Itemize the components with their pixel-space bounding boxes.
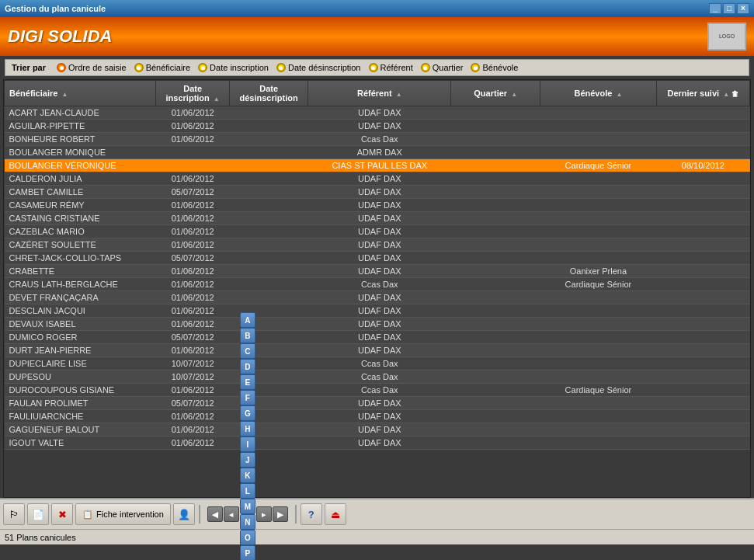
table-cell — [656, 357, 749, 370]
table-cell — [451, 238, 540, 252]
table-row[interactable]: DUROCOUPOUS GISIANE01/06/2012Ccas DaxCar… — [5, 384, 750, 397]
table-row[interactable]: CASTAING CRISTIANE01/06/2012UDAF DAX — [5, 212, 750, 225]
table-row[interactable]: ACART JEAN-CLAUDE01/06/2012UDAF DAX — [5, 106, 750, 120]
table-cell: CASTAING CRISTIANE — [5, 212, 156, 225]
sort-arrow-beneficiaire: ▲ — [61, 91, 68, 98]
sort-option-date-desinscription[interactable]: Date désinscription — [276, 63, 361, 72]
table-row[interactable]: DUPESOU10/07/2012Ccas Dax — [5, 370, 750, 384]
sort-label-quartier: Quartier — [433, 63, 464, 72]
alpha-btn-p[interactable]: P — [240, 545, 255, 560]
toolbar-btn-add[interactable]: 📄 — [27, 503, 49, 525]
table-row[interactable]: CRAUS LATH-BERGLACHE01/06/2012Ccas DaxCa… — [5, 278, 750, 291]
sort-radio-ordre[interactable] — [57, 63, 66, 72]
col-header-dernier-suivi[interactable]: Dernier suivi ▲ 🗑 — [656, 81, 749, 106]
bottombar: 🏳 📄 ✖ 📋 Fiche intervention 👤 ◀ ◂ ABCDEFG… — [0, 498, 754, 529]
table-cell — [451, 397, 540, 410]
table-row[interactable]: FAULAN PROLIMET05/07/2012UDAF DAX — [5, 397, 750, 410]
toolbar-btn-help[interactable]: ? — [301, 503, 322, 525]
col-header-date-inscription[interactable]: Dateinscription ▲ — [156, 81, 230, 106]
table-row[interactable]: CHRET-JACK-COLLIO-TAPS05/07/2012UDAF DAX — [5, 252, 750, 265]
alpha-btn-j[interactable]: J — [240, 452, 255, 468]
alpha-btn-g[interactable]: G — [240, 405, 255, 421]
alpha-nav-next[interactable]: ▶ — [273, 506, 288, 522]
table-row[interactable]: CAZEBLAC MARIO01/06/2012UDAF DAX — [5, 225, 750, 238]
table-row[interactable]: IGOUT VALTE01/06/2012UDAF DAX — [5, 437, 750, 450]
col-header-date-desinscription: Datedésinscription — [229, 81, 308, 106]
alpha-btn-c[interactable]: C — [240, 343, 255, 359]
table-cell — [656, 410, 749, 423]
toolbar-btn-exit[interactable]: ⏏ — [325, 503, 346, 525]
table-cell: UDAF DAX — [308, 252, 451, 265]
alpha-btn-k[interactable]: K — [240, 468, 255, 483]
sort-radio-quartier[interactable] — [421, 63, 430, 72]
sort-option-quartier[interactable]: Quartier — [421, 63, 464, 72]
sort-option-beneficiaire[interactable]: Bénéficiaire — [134, 63, 190, 72]
alpha-btn-o[interactable]: O — [240, 530, 255, 545]
col-header-beneficiaire[interactable]: Bénéficiaire ▲ — [5, 81, 156, 106]
sort-option-referent[interactable]: Référent — [369, 63, 413, 72]
table-row[interactable]: DESCLAIN JACQUI01/06/2012UDAF DAX — [5, 304, 750, 318]
table-row[interactable]: GAGUENEUF BALOUT01/06/2012UDAF DAX — [5, 423, 750, 437]
sort-radio-referent[interactable] — [369, 63, 378, 72]
table-row[interactable]: DURT JEAN-PIERRE01/06/2012UDAF DAX — [5, 344, 750, 357]
alpha-btn-h[interactable]: H — [240, 421, 255, 437]
alpha-btn-e[interactable]: E — [240, 374, 255, 390]
alpha-btn-i[interactable]: I — [240, 437, 255, 452]
col-header-referent[interactable]: Référent ▲ — [308, 81, 451, 106]
table-row[interactable]: DUPIECLAIRE LISE10/07/2012Ccas Dax — [5, 357, 750, 370]
table-cell — [540, 397, 656, 410]
close-button[interactable]: × — [737, 3, 749, 14]
table-cell: UDAF DAX — [308, 265, 451, 278]
table-cell — [229, 291, 308, 304]
toolbar-btn-user[interactable]: 👤 — [173, 503, 195, 525]
sort-option-benevole[interactable]: Bénévole — [471, 63, 518, 72]
sort-radio-date-desinscription[interactable] — [276, 63, 286, 72]
maximize-button[interactable]: □ — [723, 3, 735, 14]
table-cell — [656, 304, 749, 318]
table-row[interactable]: FAULIUIARCNCHE01/06/2012UDAF DAX — [5, 410, 750, 423]
table-row[interactable]: CAMBET CAMILLE05/07/2012UDAF DAX — [5, 186, 750, 199]
app-logo-text: DIGI SOLIDA — [8, 26, 112, 47]
sort-radio-date-inscription[interactable] — [198, 63, 207, 72]
alpha-btn-a[interactable]: A — [240, 312, 255, 328]
alpha-btn-f[interactable]: F — [240, 390, 255, 405]
table-row[interactable]: BOULANGER MONIQUEADMR DAX — [5, 146, 750, 159]
table-row[interactable]: BOULANGER VÉRONIQUECIAS ST PAUL LES DAXC… — [5, 159, 750, 172]
table-row[interactable]: AGUILAR-PIPETTE01/06/2012UDAF DAX — [5, 120, 750, 133]
table-row[interactable]: CALDERON JULIA01/06/2012UDAF DAX — [5, 172, 750, 186]
sort-option-ordre[interactable]: Ordre de saisie — [57, 63, 127, 72]
alpha-btn-m[interactable]: M — [240, 499, 255, 514]
col-options-icon[interactable]: 🗑 — [731, 90, 738, 98]
minimize-button[interactable]: _ — [709, 3, 721, 14]
table-cell: DUPIECLAIRE LISE — [5, 357, 156, 370]
table-row[interactable]: DEVET FRANÇAÇARA01/06/2012UDAF DAX — [5, 291, 750, 304]
table-cell — [451, 265, 540, 278]
table-cell: BOULANGER VÉRONIQUE — [5, 159, 156, 172]
alpha-btn-l[interactable]: L — [240, 483, 255, 499]
alpha-nav-prev2[interactable]: ◂ — [224, 506, 239, 522]
table-cell: ADMR DAX — [308, 146, 451, 159]
toolbar-btn-delete[interactable]: ✖ — [51, 503, 73, 525]
table-cell — [451, 370, 540, 384]
sort-radio-beneficiaire[interactable] — [134, 63, 144, 72]
table-row[interactable]: CRABETTE01/06/2012UDAF DAXOanixer Prlena — [5, 265, 750, 278]
table-row[interactable]: CASAMEUR RÉMY01/06/2012UDAF DAX — [5, 199, 750, 212]
alpha-nav-next2[interactable]: ▸ — [256, 506, 272, 522]
col-header-quartier[interactable]: Quartier ▲ — [451, 81, 540, 106]
alpha-nav-prev[interactable]: ◀ — [207, 506, 223, 522]
alpha-btn-d[interactable]: D — [240, 359, 255, 374]
sort-radio-benevole[interactable] — [471, 63, 480, 72]
table-row[interactable]: CAZÉRET SOULETTE01/06/2012UDAF DAX — [5, 238, 750, 252]
table-row[interactable]: DEVAUX ISABEL01/06/2012UDAF DAX — [5, 318, 750, 331]
sort-arrow-quartier: ▲ — [511, 91, 517, 98]
table-cell — [451, 344, 540, 357]
table-row[interactable]: BONHEURE ROBERT01/06/2012Ccas Dax — [5, 133, 750, 146]
fiche-intervention-button[interactable]: 📋 Fiche intervention — [75, 503, 171, 525]
sort-option-date-inscription[interactable]: Date inscription — [198, 63, 269, 72]
alpha-btn-b[interactable]: B — [240, 328, 255, 343]
toolbar-btn-flag[interactable]: 🏳 — [3, 503, 25, 525]
table-row[interactable]: DUMICO ROGER05/07/2012UDAF DAX — [5, 331, 750, 344]
table-cell — [540, 252, 656, 265]
col-header-benevole[interactable]: Bénévole ▲ — [540, 81, 656, 106]
alpha-btn-n[interactable]: N — [240, 514, 255, 530]
